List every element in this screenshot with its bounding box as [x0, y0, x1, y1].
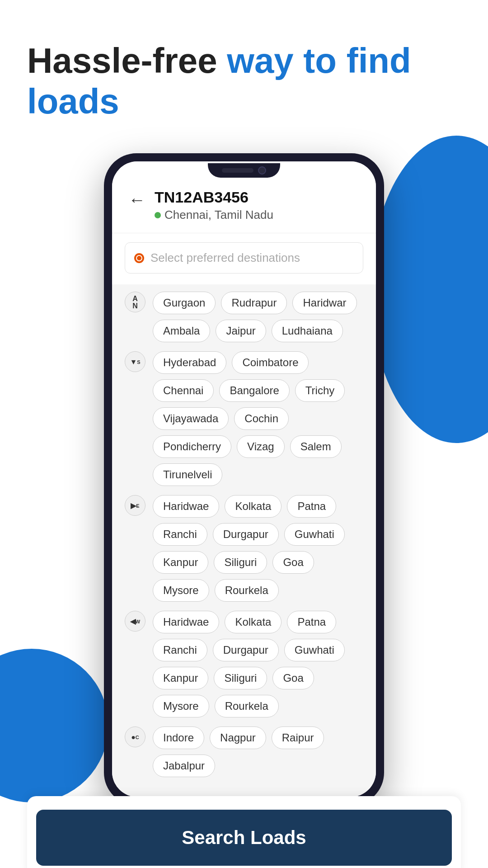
direction-group-center: ●C Indore Nagpur Raipur Jabalpur: [125, 726, 363, 777]
chip-salem[interactable]: Salem: [290, 435, 342, 458]
chip-trichy[interactable]: Trichy: [295, 379, 345, 402]
direction-header-east: ▶E Haridwae Kolkata Patna Ranchi Durgapu…: [125, 495, 363, 602]
chip-ludhaiana[interactable]: Ludhaiana: [272, 320, 343, 342]
chip-durgapur-e[interactable]: Durgapur: [213, 523, 279, 546]
vehicle-id: TN12AB3456: [155, 189, 273, 206]
chip-jabalpur[interactable]: Jabalpur: [153, 755, 215, 777]
destinations-body: AN Gurgaon Rudrapur Haridwar Ambala Jaip…: [112, 284, 376, 797]
chip-guwhati-e[interactable]: Guwhati: [284, 523, 345, 546]
east-direction-icon: ▶E: [125, 495, 145, 516]
chip-tirunelveli[interactable]: Tirunelveli: [153, 463, 222, 486]
camera-dot: [258, 166, 266, 175]
chip-ambala[interactable]: Ambala: [153, 320, 210, 342]
chip-patna-w[interactable]: Patna: [287, 611, 336, 633]
hero-section: Hassle-free way to findloads: [0, 0, 488, 140]
chip-rudrapur[interactable]: Rudrapur: [221, 292, 287, 314]
chip-siliguri-e[interactable]: Siliguri: [214, 551, 267, 574]
direction-group-west: ◀W Haridwae Kolkata Patna Ranchi Durgapu…: [125, 611, 363, 717]
speaker: [222, 168, 253, 173]
chip-rourkela-w[interactable]: Rourkela: [215, 695, 279, 717]
center-chips: Indore Nagpur Raipur Jabalpur: [153, 726, 363, 777]
chip-indore[interactable]: Indore: [153, 726, 204, 749]
direction-header-south: ▼S Hyderabad Coimbatore Chennai Bangalor…: [125, 351, 363, 486]
chip-nagpur[interactable]: Nagpur: [210, 726, 266, 749]
chip-coimbatore[interactable]: Coimbatore: [232, 351, 309, 374]
direction-group-north: AN Gurgaon Rudrapur Haridwar Ambala Jaip…: [125, 292, 363, 342]
direction-group-south: ▼S Hyderabad Coimbatore Chennai Bangalor…: [125, 351, 363, 486]
direction-group-east: ▶E Haridwae Kolkata Patna Ranchi Durgapu…: [125, 495, 363, 602]
west-chips: Haridwae Kolkata Patna Ranchi Durgapur G…: [153, 611, 363, 717]
chip-bangalore[interactable]: Bangalore: [219, 379, 289, 402]
location-dot-icon: [155, 212, 161, 218]
hero-title-normal: Hassle-free: [27, 41, 227, 80]
chip-kanpur-e[interactable]: Kanpur: [153, 551, 208, 574]
north-chips: Gurgaon Rudrapur Haridwar Ambala Jaipur …: [153, 292, 363, 342]
search-placeholder: Select preferred destinations: [150, 251, 300, 265]
chip-gurgaon[interactable]: Gurgaon: [153, 292, 216, 314]
east-chips: Haridwae Kolkata Patna Ranchi Durgapur G…: [153, 495, 363, 602]
chip-patna-e[interactable]: Patna: [287, 495, 336, 518]
chip-haridwar[interactable]: Haridwar: [292, 292, 357, 314]
chip-vizag[interactable]: Vizag: [237, 435, 285, 458]
south-chips: Hyderabad Coimbatore Chennai Bangalore T…: [153, 351, 363, 486]
chip-pondicherry[interactable]: Pondicherry: [153, 435, 231, 458]
chip-chennai[interactable]: Chennai: [153, 379, 214, 402]
search-loads-wrapper: Search Loads: [27, 796, 461, 868]
chip-mysore-w[interactable]: Mysore: [153, 695, 209, 717]
chip-vijayawada[interactable]: Vijayawada: [153, 407, 229, 430]
direction-header-west: ◀W Haridwae Kolkata Patna Ranchi Durgapu…: [125, 611, 363, 717]
chip-hyderabad[interactable]: Hyderabad: [153, 351, 226, 374]
chip-ranchi-e[interactable]: Ranchi: [153, 523, 207, 546]
chip-mysore-e[interactable]: Mysore: [153, 579, 209, 602]
center-direction-icon: ●C: [125, 726, 145, 747]
chip-cochin[interactable]: Cochin: [234, 407, 289, 430]
chip-goa-w[interactable]: Goa: [272, 667, 314, 689]
search-loads-button[interactable]: Search Loads: [36, 810, 452, 866]
phone-screen: ← TN12AB3456 Chennai, Tamil Nadu Select …: [112, 161, 376, 797]
location-text: Chennai, Tamil Nadu: [164, 208, 273, 222]
phone-container: ← TN12AB3456 Chennai, Tamil Nadu Select …: [0, 153, 488, 805]
chip-rourkela-e[interactable]: Rourkela: [215, 579, 279, 602]
vehicle-location: Chennai, Tamil Nadu: [155, 208, 273, 222]
chip-jaipur[interactable]: Jaipur: [216, 320, 266, 342]
chip-siliguri-w[interactable]: Siliguri: [214, 667, 267, 689]
chip-raipur[interactable]: Raipur: [272, 726, 324, 749]
west-direction-icon: ◀W: [125, 611, 145, 632]
chip-haridwae-e[interactable]: Haridwae: [153, 495, 219, 518]
search-box-container: Select preferred destinations: [112, 233, 376, 284]
chip-haridwae-w[interactable]: Haridwae: [153, 611, 219, 633]
location-search-icon: [134, 253, 144, 263]
chip-kanpur-w[interactable]: Kanpur: [153, 667, 208, 689]
chip-kolkata-w[interactable]: Kolkata: [225, 611, 282, 633]
hero-title: Hassle-free way to findloads: [27, 41, 461, 122]
chip-goa-e[interactable]: Goa: [272, 551, 314, 574]
vehicle-info: TN12AB3456 Chennai, Tamil Nadu: [155, 189, 273, 222]
back-button[interactable]: ←: [128, 190, 145, 210]
phone-notch: [208, 163, 280, 178]
chip-kolkata-e[interactable]: Kolkata: [225, 495, 282, 518]
search-input-row[interactable]: Select preferred destinations: [125, 242, 363, 274]
chip-durgapur-w[interactable]: Durgapur: [213, 639, 279, 661]
phone-mockup: ← TN12AB3456 Chennai, Tamil Nadu Select …: [104, 153, 384, 805]
chip-guwhati-w[interactable]: Guwhati: [284, 639, 345, 661]
south-direction-icon: ▼S: [125, 351, 145, 372]
direction-header-center: ●C Indore Nagpur Raipur Jabalpur: [125, 726, 363, 777]
north-direction-icon: AN: [125, 292, 145, 312]
direction-header-north: AN Gurgaon Rudrapur Haridwar Ambala Jaip…: [125, 292, 363, 342]
chip-ranchi-w[interactable]: Ranchi: [153, 639, 207, 661]
